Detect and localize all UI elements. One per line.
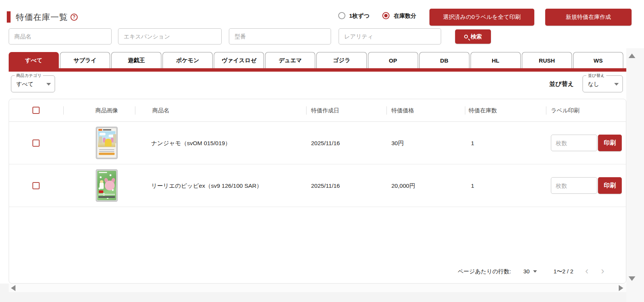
radio-per-stock-icon[interactable] <box>382 12 389 19</box>
horizontal-scrollbar[interactable] <box>9 284 626 292</box>
col-header-image: 商品画像 <box>63 99 150 122</box>
label-count-input[interactable] <box>551 135 597 151</box>
print-selected-labels-button[interactable]: 選択済みの0ラベルを全て印刷 <box>429 9 534 26</box>
scroll-up-arrow-icon[interactable] <box>629 54 635 58</box>
radio-one-per-sheet-label[interactable]: 1枚ずつ <box>349 12 370 20</box>
tab-all[interactable]: すべて <box>9 52 59 68</box>
tab-hl[interactable]: HL <box>471 52 521 68</box>
rows-per-page-label: ページあたりの行数: <box>458 260 511 283</box>
title-accent-bar <box>7 11 11 23</box>
create-new-stock-button[interactable]: 新規特価在庫作成 <box>545 9 632 26</box>
sort-select[interactable]: 並び替え なし <box>583 75 623 92</box>
column-divider <box>63 106 64 115</box>
column-divider <box>135 106 135 115</box>
model-number-input[interactable] <box>229 28 331 44</box>
chevron-down-icon <box>46 83 51 86</box>
search-button-label: 検索 <box>471 33 482 40</box>
label-count-input[interactable] <box>551 177 597 194</box>
table-row: ナンジャモ（svOM 015/019） 2025/11/16 30円 1 印刷 <box>9 122 626 164</box>
cell-created-date: 2025/11/16 <box>311 164 340 207</box>
next-page-button[interactable]: › <box>601 260 604 282</box>
tab-supply[interactable]: サプライ <box>60 52 110 68</box>
tab-duema[interactable]: デュエマ <box>265 52 315 68</box>
chevron-down-icon <box>614 83 619 86</box>
product-image <box>96 127 118 159</box>
search-button[interactable]: 検索 <box>455 29 491 44</box>
column-divider <box>386 106 387 115</box>
print-row-button[interactable]: 印刷 <box>598 177 622 194</box>
cell-stock: 1 <box>471 122 474 164</box>
col-header-print: ラベル印刷 <box>551 99 580 122</box>
row-checkbox[interactable] <box>32 182 40 189</box>
chevron-down-icon[interactable] <box>533 270 537 273</box>
prev-page-button[interactable]: ‹ <box>585 260 589 282</box>
cell-stock: 1 <box>471 164 474 207</box>
tab-yugioh[interactable]: 遊戯王 <box>111 52 161 68</box>
radio-one-per-sheet-icon[interactable] <box>338 12 345 19</box>
table-row: リーリエのピッピex（sv9 126/100 SAR） 2025/11/16 2… <box>9 164 626 207</box>
scroll-down-arrow-icon[interactable] <box>629 276 635 281</box>
column-divider <box>465 106 465 115</box>
sort-select-value: なし <box>588 76 600 92</box>
category-tab-bar: すべて サプライ 遊戯王 ポケモン ヴァイスロゼ デュエマ ゴジラ OP DB … <box>9 52 623 68</box>
col-header-price: 特価価格 <box>391 99 414 122</box>
tab-underline <box>9 68 626 72</box>
rows-per-page-select[interactable]: 30 <box>523 260 530 283</box>
tab-weissroze[interactable]: ヴァイスロゼ <box>214 52 264 68</box>
category-select[interactable]: 商品カテゴリ すべて <box>11 75 55 92</box>
table-header-row: 商品画像 商品名 特価作成日 特価価格 特価在庫数 ラベル印刷 <box>9 99 626 122</box>
search-icon <box>464 35 468 38</box>
cell-product-name: リーリエのピッピex（sv9 126/100 SAR） <box>151 164 262 207</box>
rarity-input[interactable] <box>339 28 441 44</box>
page-title: 特価在庫一覧 <box>16 12 68 23</box>
category-select-value: すべて <box>16 76 34 92</box>
product-name-input[interactable] <box>9 28 112 44</box>
column-divider <box>306 106 307 115</box>
stock-table: 商品画像 商品名 特価作成日 特価価格 特価在庫数 ラベル印刷 <box>9 99 626 284</box>
help-icon[interactable]: ? <box>71 14 78 21</box>
col-header-stock: 特価在庫数 <box>469 99 497 122</box>
col-header-name: 商品名 <box>152 99 169 122</box>
pagination-bar: ページあたりの行数: 30 1〜2 / 2 ‹ › <box>9 260 626 283</box>
tab-ws[interactable]: WS <box>573 52 623 68</box>
scroll-right-arrow-icon[interactable] <box>619 285 623 291</box>
expansion-input[interactable] <box>118 28 222 44</box>
tab-op[interactable]: OP <box>368 52 418 68</box>
tab-rush[interactable]: RUSH <box>522 52 572 68</box>
page-range: 1〜2 / 2 <box>554 260 573 283</box>
select-all-checkbox[interactable] <box>32 107 40 114</box>
sort-caption: 並び替え <box>549 75 574 92</box>
scroll-left-arrow-icon[interactable] <box>11 285 15 291</box>
cell-created-date: 2025/11/16 <box>311 122 340 164</box>
cell-product-name: ナンジャモ（svOM 015/019） <box>151 122 231 164</box>
column-divider <box>546 106 546 115</box>
cell-price: 30円 <box>391 122 404 164</box>
radio-per-stock-label[interactable]: 在庫数分 <box>394 12 416 20</box>
tab-db[interactable]: DB <box>419 52 469 68</box>
page: 特価在庫一覧 ? 1枚ずつ 在庫数分 選択済みの0ラベルを全て印刷 新規特価在庫… <box>0 0 644 302</box>
row-checkbox[interactable] <box>32 140 40 147</box>
vertical-scrollbar[interactable] <box>626 48 644 302</box>
tab-pokemon[interactable]: ポケモン <box>163 52 213 68</box>
col-header-created: 特価作成日 <box>311 99 339 122</box>
tab-godzilla[interactable]: ゴジラ <box>316 52 366 68</box>
print-row-button[interactable]: 印刷 <box>598 135 622 151</box>
product-image <box>96 169 118 202</box>
cell-price: 20,000円 <box>391 164 415 207</box>
